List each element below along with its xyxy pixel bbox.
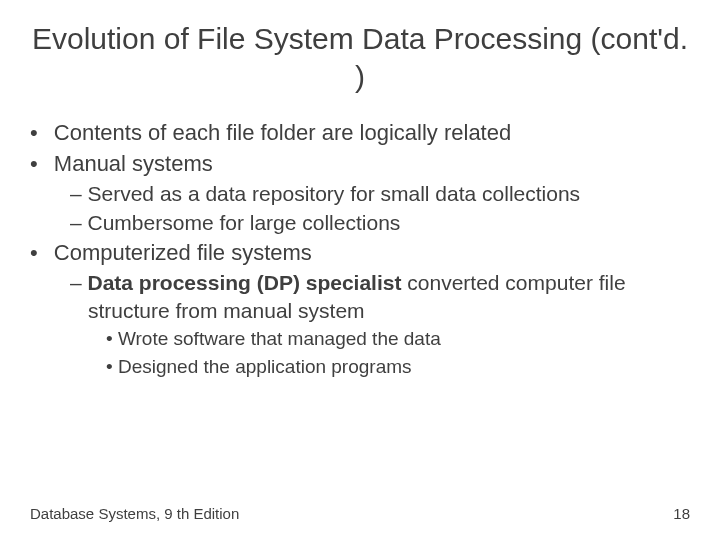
bullet-level2: Cumbersome for large collections	[88, 209, 690, 236]
bullet-level1: Computerized file systems	[50, 239, 690, 268]
slide-title: Evolution of File System Data Processing…	[30, 20, 690, 95]
bullet-level1: Contents of each file folder are logical…	[50, 119, 690, 148]
bullet-level2: Served as a data repository for small da…	[88, 180, 690, 207]
bullet-level1: Manual systems	[50, 150, 690, 179]
bullet-level2: Data processing (DP) specialist converte…	[88, 269, 690, 324]
footer-page-number: 18	[673, 505, 690, 522]
slide-footer: Database Systems, 9 th Edition 18	[30, 505, 690, 522]
footer-source: Database Systems, 9 th Edition	[30, 505, 239, 522]
bold-term: Data processing (DP) specialist	[88, 271, 402, 294]
bullet-level3: Wrote software that managed the data	[122, 326, 690, 352]
bullet-level3: Designed the application programs	[122, 354, 690, 380]
